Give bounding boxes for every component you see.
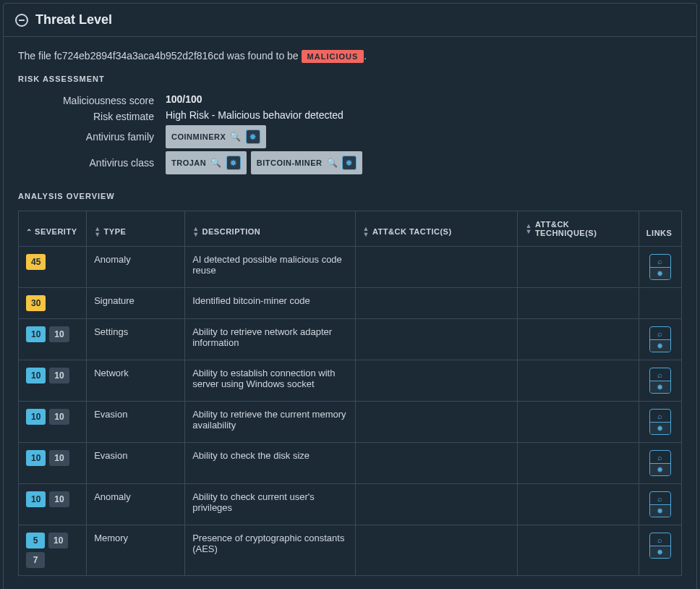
col-type[interactable]: ▲▼TYPE — [87, 211, 185, 247]
threat-level-panel: Threat Level The file fc724eb2894f34a3ac… — [3, 3, 697, 589]
table-row: 1010EvasionAbility to check the disk siz… — [19, 443, 682, 484]
tactics-cell — [355, 360, 518, 402]
tag-label: BITCOIN-MINER — [257, 158, 323, 167]
table-row: 1010EvasionAbility to retrieve the curre… — [19, 402, 682, 443]
col-description-label: DESCRIPTION — [202, 227, 261, 236]
techniques-cell — [518, 484, 639, 525]
link-box[interactable]: ⌕✸ — [649, 409, 671, 435]
sun-icon: ✸ — [650, 422, 670, 434]
severity-badge: 10 — [48, 533, 68, 548]
sun-icon: ✸ — [650, 339, 670, 352]
col-description[interactable]: ▲▼DESCRIPTION — [185, 211, 355, 247]
tag-trojan[interactable]: TROJAN🔍✸ — [166, 151, 247, 174]
sun-icon: ✸ — [650, 267, 670, 279]
severity-cell: 30 — [19, 288, 87, 319]
link-box[interactable]: ⌕✸ — [649, 368, 671, 394]
search-icon[interactable]: 🔍 — [210, 158, 222, 168]
link-box[interactable]: ⌕✸ — [649, 450, 671, 476]
link-box[interactable]: ⌕✸ — [649, 254, 671, 280]
risk-grid: Maliciousness score 100/100 Risk estimat… — [18, 93, 682, 174]
mal-score-label: Maliciousness score — [28, 93, 166, 106]
techniques-cell — [518, 443, 639, 484]
panel-body: The file fc724eb2894f34a3aca4b952d2f816c… — [4, 37, 696, 589]
link-box[interactable]: ⌕✸ — [649, 533, 671, 559]
description-cell: Ability to check current user's privileg… — [185, 484, 355, 525]
description-cell: Ability to retrieve the current memory a… — [185, 402, 355, 443]
sun-icon[interactable]: ✸ — [226, 156, 241, 170]
type-cell: Anomaly — [87, 247, 185, 288]
techniques-cell — [518, 288, 639, 319]
risk-estimate-label: Risk estimate — [28, 109, 166, 122]
col-severity[interactable]: ⌃ SEVERITY — [19, 211, 87, 247]
links-cell — [639, 288, 681, 319]
col-links: LINKS — [639, 211, 681, 247]
severity-badge: 10 — [26, 409, 46, 425]
col-techniques[interactable]: ▲▼ATT&CK TECHNIQUE(S) — [518, 211, 639, 247]
sun-icon: ✸ — [650, 381, 670, 393]
search-icon[interactable]: 🔍 — [230, 132, 242, 142]
file-hash: fc724eb2894f34a3aca4b952d2f816cd — [54, 50, 224, 62]
sort-icon: ▲▼ — [94, 226, 101, 237]
table-row: 45AnomalyAI detected possible malicious … — [19, 247, 682, 288]
magnifier-icon: ⌕ — [650, 451, 670, 463]
risk-estimate-value: High Risk - Malicious behavior detected — [166, 109, 682, 122]
table-row: 5107MemoryPresence of cryptographic cons… — [19, 525, 682, 576]
tactics-cell — [355, 402, 518, 443]
malicious-badge: MALICIOUS — [302, 50, 364, 63]
type-cell: Signature — [87, 288, 185, 319]
tactics-cell — [355, 443, 518, 484]
sort-icon: ▲▼ — [192, 226, 199, 237]
av-family-label: Antivirus family — [28, 125, 166, 148]
severity-cell: 1010 — [19, 402, 87, 443]
severity-cell: 5107 — [19, 525, 87, 576]
analysis-table: ⌃ SEVERITY ▲▼TYPE ▲▼DESCRIPTION ▲▼ATT&CK… — [18, 211, 682, 576]
chevron-up-icon: ⌃ — [26, 228, 33, 236]
description-cell: Ability to retrieve network adapter info… — [185, 319, 355, 360]
mal-score-value: 100/100 — [166, 93, 682, 106]
analysis-overview-label: ANALYSIS OVERVIEW — [18, 192, 682, 200]
links-cell: ⌕✸ — [639, 247, 681, 288]
search-icon[interactable]: 🔍 — [327, 158, 338, 168]
tag-coinminerx[interactable]: COINMINERX🔍✸ — [166, 125, 266, 148]
sun-icon: ✸ — [650, 463, 670, 475]
description-cell: Presence of cryptographic constants (AES… — [185, 525, 355, 576]
description-cell: AI detected possible malicious code reus… — [185, 247, 355, 288]
techniques-cell — [518, 402, 639, 443]
risk-assessment-label: RISK ASSESSMENT — [18, 75, 682, 83]
intro-text: The file fc724eb2894f34a3aca4b952d2f816c… — [18, 50, 682, 62]
description-cell: Ability to establish connection with ser… — [185, 360, 355, 402]
severity-cell: 1010 — [19, 319, 87, 360]
tactics-cell — [355, 484, 518, 525]
tactics-cell — [355, 247, 518, 288]
techniques-cell — [518, 319, 639, 360]
panel-header: Threat Level — [4, 4, 696, 37]
type-cell: Network — [87, 360, 185, 402]
severity-badge: 45 — [26, 254, 46, 270]
severity-badge: 10 — [26, 368, 46, 384]
link-box[interactable]: ⌕✸ — [649, 326, 671, 352]
techniques-cell — [518, 360, 639, 402]
table-row: 1010SettingsAbility to retrieve network … — [19, 319, 682, 360]
links-cell: ⌕✸ — [639, 360, 681, 402]
techniques-cell — [518, 247, 639, 288]
col-tactics-label: ATT&CK TACTIC(S) — [372, 227, 452, 236]
link-box[interactable]: ⌕✸ — [649, 491, 671, 517]
intro-prefix: The file — [18, 50, 54, 62]
magnifier-icon: ⌕ — [650, 410, 670, 422]
tag-label: COINMINERX — [171, 132, 226, 141]
severity-cell: 1010 — [19, 443, 87, 484]
sun-icon[interactable]: ✸ — [246, 130, 260, 144]
severity-badge: 30 — [26, 295, 46, 311]
type-cell: Anomaly — [87, 484, 185, 525]
links-cell: ⌕✸ — [639, 484, 681, 525]
description-cell: Identified bitcoin-miner code — [185, 288, 355, 319]
severity-cell: 45 — [19, 247, 87, 288]
col-severity-label: SEVERITY — [35, 227, 77, 236]
sun-icon[interactable]: ✸ — [342, 156, 357, 170]
collapse-icon[interactable] — [15, 14, 28, 27]
tag-bitcoin-miner[interactable]: BITCOIN-MINER🔍✸ — [251, 151, 362, 174]
col-tactics[interactable]: ▲▼ATT&CK TACTIC(S) — [355, 211, 518, 247]
severity-badge: 10 — [26, 326, 46, 342]
table-header-row: ⌃ SEVERITY ▲▼TYPE ▲▼DESCRIPTION ▲▼ATT&CK… — [19, 211, 682, 247]
tactics-cell — [355, 525, 518, 576]
